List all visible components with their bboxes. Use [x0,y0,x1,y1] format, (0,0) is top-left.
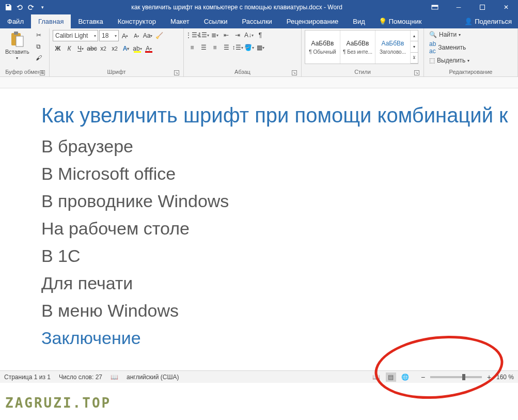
doc-line[interactable]: В проводнике Windows [41,191,518,211]
align-right-icon[interactable]: ≡ [210,42,220,53]
doc-line[interactable]: Для печати [41,273,518,293]
cut-icon[interactable]: ✂ [34,30,44,40]
borders-icon[interactable]: ▦ [255,42,265,53]
grow-font-icon[interactable]: A▴ [120,30,130,41]
decrease-indent-icon[interactable]: ⇤ [221,30,231,40]
share-button[interactable]: 👤 Поделиться [458,14,518,28]
tab-file[interactable]: Файл [0,14,31,28]
font-name-combo[interactable]: Calibri Light [53,30,98,41]
maximize-icon[interactable] [470,0,494,14]
styles-down-icon[interactable]: ▾ [411,41,418,52]
status-word-count[interactable]: Число слов: 27 [59,374,102,381]
window-title: как увеличить шрифт на компьютере с помо… [51,4,423,11]
ribbon: Вставить ▾ ✂ ⧉ 🖌 Буфер обмена↘ Calibri L… [0,28,518,77]
doc-closing[interactable]: Заключение [41,328,518,348]
paste-button[interactable]: Вставить ▾ [3,30,32,61]
qat-customize-icon[interactable]: ▾ [38,3,46,11]
bullets-icon[interactable]: ⋮☰ [187,30,197,40]
clear-formatting-icon[interactable]: 🧹 [154,30,164,41]
clipboard-launcher[interactable]: ↘ [40,70,45,75]
paragraph-group-label: Абзац [234,69,250,75]
shading-icon[interactable]: 🪣 [244,42,254,53]
paste-label: Вставить [5,49,29,55]
select-button[interactable]: ⬚Выделить ▾ [429,57,469,64]
tab-home[interactable]: Главная [31,14,71,28]
zoom-slider[interactable] [430,376,482,378]
print-layout-icon[interactable]: ▤ [386,372,396,382]
close-icon[interactable]: ✕ [494,0,518,14]
strikethrough-icon[interactable]: abc [87,43,97,54]
svg-rect-4 [14,32,18,35]
tab-design[interactable]: Конструктор [111,14,163,28]
styles-launcher[interactable]: ↘ [414,70,419,75]
multilevel-icon[interactable]: ≣ [210,30,220,40]
svg-rect-5 [16,36,23,46]
doc-line[interactable]: В Microsoft office [41,164,518,184]
align-center-icon[interactable]: ☰ [198,42,209,53]
doc-line[interactable]: В 1С [41,246,518,266]
undo-icon[interactable] [15,3,24,11]
subscript-icon[interactable]: x2 [98,43,108,54]
zoom-level[interactable]: 160 % [496,374,514,381]
format-painter-icon[interactable]: 🖌 [34,53,44,63]
tab-view[interactable]: Вид [346,14,372,28]
minimize-icon[interactable]: ─ [447,0,470,14]
doc-heading[interactable]: Как увеличить шрифт при помощи комбинаци… [41,104,518,127]
tab-mailings[interactable]: Рассылки [234,14,279,28]
watermark: ZAGRUZI.TOP [5,395,111,411]
tab-layout[interactable]: Макет [163,14,197,28]
superscript-icon[interactable]: x2 [109,43,120,54]
line-spacing-icon[interactable]: ↕☰ [232,42,243,53]
align-left-icon[interactable]: ≡ [187,42,197,53]
paragraph-launcher[interactable]: ↘ [292,70,297,75]
numbering-icon[interactable]: 1☰ [198,30,209,40]
find-button[interactable]: 🔍Найти ▾ [429,31,469,38]
font-size-combo[interactable]: 18 [99,30,119,41]
show-marks-icon[interactable]: ¶ [255,30,265,40]
italic-icon[interactable]: К [64,43,74,54]
style-heading1[interactable]: АаБбВв Заголово... [375,30,411,64]
underline-icon[interactable]: Ч [75,43,86,54]
styles-up-icon[interactable]: ▴ [411,30,418,41]
text-effects-icon[interactable]: A [121,43,131,54]
styles-more-icon[interactable]: ⊻ [411,53,418,64]
styles-gallery[interactable]: АаБбВв ¶ Обычный АаБбВв ¶ Без инте... Аа… [305,30,418,64]
font-launcher[interactable]: ↘ [174,70,179,75]
save-icon[interactable] [4,3,12,11]
shrink-font-icon[interactable]: A▾ [131,30,142,41]
status-language[interactable]: английский (США) [127,374,179,381]
tell-me-label: Помощник [389,18,422,25]
bold-icon[interactable]: Ж [53,43,63,54]
document-area[interactable]: Как увеличить шрифт при помощи комбинаци… [0,88,518,406]
change-case-icon[interactable]: Aa [143,30,153,41]
sort-icon[interactable]: A↓ [244,30,254,40]
tab-references[interactable]: Ссылки [197,14,235,28]
status-page[interactable]: Страница 1 из 1 [4,374,51,381]
web-layout-icon[interactable]: 🌐 [400,372,411,382]
tab-review[interactable]: Рецензирование [279,14,346,28]
doc-line[interactable]: В браузере [41,136,518,157]
font-group-label: Шрифт [107,69,125,75]
svg-rect-2 [480,5,485,10]
zoom-in-icon[interactable]: + [485,373,493,381]
increase-indent-icon[interactable]: ⇥ [232,30,243,40]
tab-insert[interactable]: Вставка [71,14,110,28]
justify-icon[interactable]: ☰ [221,42,231,53]
clipboard-group-label: Буфер обмена [5,69,44,75]
highlight-icon[interactable]: ab [132,43,143,54]
zoom-out-icon[interactable]: − [419,373,427,381]
read-mode-icon[interactable]: 📖 [371,372,382,382]
doc-line[interactable]: В меню Windows [41,301,518,321]
style-normal[interactable]: АаБбВв ¶ Обычный [305,30,340,64]
ribbon-display-options-icon[interactable] [423,0,447,14]
redo-icon[interactable] [27,3,35,11]
style-no-spacing[interactable]: АаБбВв ¶ Без инте... [340,30,375,64]
tell-me[interactable]: 💡 Помощник [372,14,428,28]
copy-icon[interactable]: ⧉ [34,41,44,52]
ruler[interactable] [0,77,518,88]
title-bar: ▾ как увеличить шрифт на компьютере с по… [0,0,518,14]
replace-button[interactable]: abacЗаменить [429,40,469,55]
font-color-icon[interactable]: A [144,43,154,54]
proofing-icon[interactable]: 📖 [111,374,118,381]
doc-line[interactable]: На рабочем столе [41,219,518,239]
